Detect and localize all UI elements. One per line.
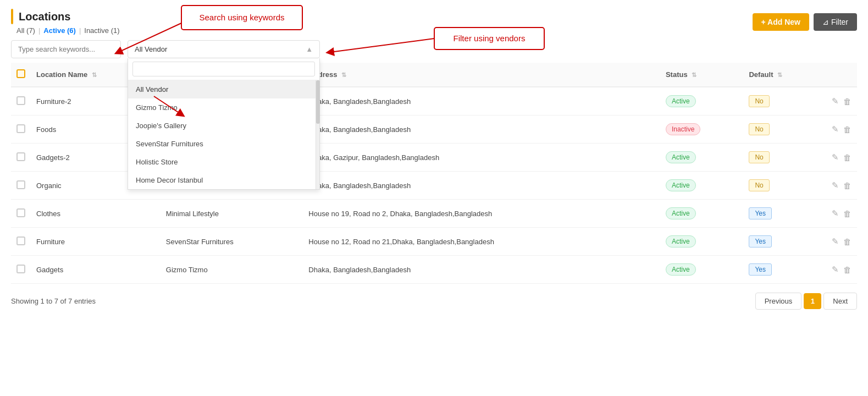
row-address: Dhaka, Bangladesh,Bangladesh [303,256,660,284]
tab-active[interactable]: Active (6) [43,26,76,35]
row-checkbox-cell[interactable] [11,256,31,284]
row-vendor: SevenStar Furnitures [161,228,303,256]
vendor-selected-label: All Vendor [135,45,167,53]
col-default[interactable]: Default ⇅ [743,63,824,87]
row-default: No [743,144,824,172]
current-page[interactable]: 1 [804,293,821,309]
row-checkbox-cell[interactable] [11,172,31,200]
default-badge: Yes [749,207,772,219]
default-badge: No [749,151,769,163]
status-badge: Inactive [666,123,700,135]
row-actions: ✎ 🗑 [824,172,857,200]
col-status[interactable]: Status ⇅ [660,63,743,87]
row-checkbox[interactable] [16,208,25,217]
row-checkbox[interactable] [16,265,25,273]
row-status: Active [660,172,743,200]
row-address: Dhaka, Gazipur, Bangladesh,Bangladesh [303,144,660,172]
vendor-option-sevenstar[interactable]: SevenStar Furnitures [128,135,319,153]
row-default: No [743,87,824,116]
sort-icon-default: ⇅ [777,72,782,79]
row-status: Inactive [660,116,743,144]
status-badge: Active [666,95,696,107]
row-address: House no 12, Road no 21,Dhaka, Banglades… [303,228,660,256]
row-checkbox-cell[interactable] [11,200,31,228]
row-default: No [743,116,824,144]
row-actions: ✎ 🗑 [824,87,857,116]
default-badge: No [749,123,769,135]
edit-icon[interactable]: ✎ [832,237,839,246]
vendor-search-input[interactable] [132,62,315,76]
delete-icon[interactable]: 🗑 [843,209,852,218]
row-vendor: Gizmo Tizmo [161,256,303,284]
row-checkbox[interactable] [16,96,25,105]
row-default: Yes [743,228,824,256]
vendor-search-wrapper [128,58,319,80]
row-status: Active [660,228,743,256]
edit-icon[interactable]: ✎ [832,265,839,274]
edit-icon[interactable]: ✎ [832,96,839,106]
row-actions: ✎ 🗑 [824,256,857,284]
status-badge: Active [666,179,696,191]
row-status: Active [660,200,743,228]
row-actions: ✎ 🗑 [824,144,857,172]
vendor-option-holistic[interactable]: Holistic Store [128,153,319,171]
col-address[interactable]: Address ⇅ [303,63,660,87]
default-badge: Yes [749,235,772,248]
row-location-name: Furniture [31,228,161,256]
row-vendor: Minimal Lifestyle [161,200,303,228]
add-new-button[interactable]: + Add New [753,13,809,31]
delete-icon[interactable]: 🗑 [843,181,852,190]
table-row: Clothes Minimal Lifestyle House no 19, R… [11,200,857,228]
vendor-option-gizmo[interactable]: Gizmo Tizmo [128,98,319,117]
edit-icon[interactable]: ✎ [832,180,839,190]
row-checkbox[interactable] [16,152,25,161]
row-status: Active [660,144,743,172]
row-checkbox-cell[interactable] [11,116,31,144]
row-location-name: Gadgets [31,256,161,284]
edit-icon[interactable]: ✎ [832,124,839,134]
search-input[interactable] [11,40,121,58]
row-default: No [743,172,824,200]
vendor-option-all[interactable]: All Vendor [128,80,319,98]
row-default: Yes [743,200,824,228]
status-badge: Active [666,263,696,276]
delete-icon[interactable]: 🗑 [843,125,852,134]
row-checkbox[interactable] [16,237,25,245]
edit-icon[interactable]: ✎ [832,208,839,218]
delete-icon[interactable]: 🗑 [843,97,852,106]
row-actions: ✎ 🗑 [824,116,857,144]
row-checkbox-cell[interactable] [11,228,31,256]
edit-icon[interactable]: ✎ [832,152,839,162]
status-badge: Active [666,207,696,219]
table-row: Furniture SevenStar Furnitures House no … [11,228,857,256]
vendor-select-button[interactable]: All Vendor ▲ [128,40,320,58]
status-badge: Active [666,151,696,163]
delete-icon[interactable]: 🗑 [843,265,852,274]
chevron-up-icon: ▲ [306,45,313,53]
filter-button[interactable]: ⊿ Filter [814,13,857,31]
row-address: House no 19, Road no 2, Dhaka, Banglades… [303,200,660,228]
row-checkbox-cell[interactable] [11,87,31,116]
next-button[interactable]: Next [823,293,857,310]
default-badge: No [749,95,769,107]
status-badge: Active [666,235,696,248]
row-address: Dhaka, Bangladesh,Bangladesh [303,87,660,116]
select-all-header[interactable] [11,63,31,87]
previous-button[interactable]: Previous [755,293,802,310]
sort-icon-name: ⇅ [92,72,97,79]
row-checkbox[interactable] [16,124,25,133]
tab-all[interactable]: All (7) [16,26,35,35]
row-checkbox[interactable] [16,180,25,189]
delete-icon[interactable]: 🗑 [843,153,852,162]
sort-icon-address: ⇅ [341,72,346,79]
row-checkbox-cell[interactable] [11,144,31,172]
vendor-option-homedecor[interactable]: Home Decor Istanbul [128,171,319,189]
row-location-name: Clothes [31,200,161,228]
delete-icon[interactable]: 🗑 [843,237,852,246]
vendor-option-joopie[interactable]: Joopie's Gallery [128,117,319,135]
showing-text: Showing 1 to 7 of 7 entries [11,297,96,305]
row-address: Dhaka, Bangladesh,Bangladesh [303,116,660,144]
vendor-dropdown-menu: All Vendor Gizmo Tizmo Joopie's Gallery … [128,58,320,190]
row-status: Active [660,256,743,284]
tab-inactive[interactable]: Inactive (1) [84,26,119,35]
